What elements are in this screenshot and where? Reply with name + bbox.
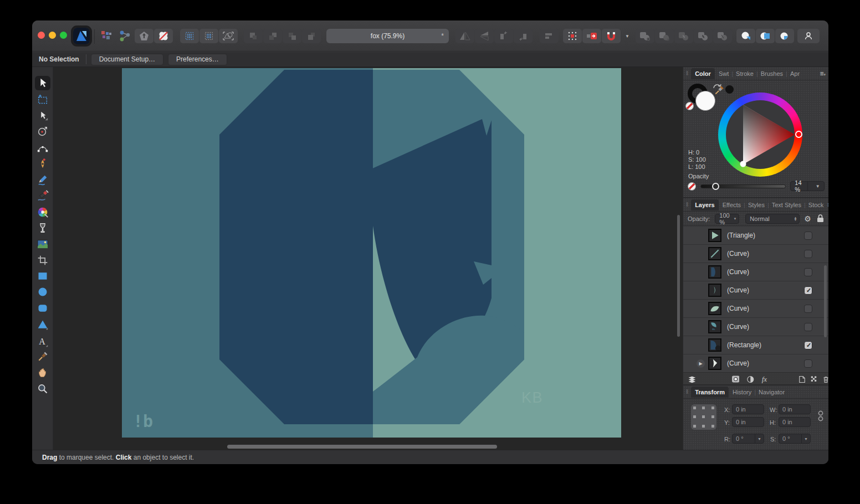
rounded-rectangle-tool[interactable] xyxy=(35,301,50,315)
pixel-persona-button[interactable] xyxy=(154,29,173,43)
pencil-tool[interactable] xyxy=(35,173,50,187)
tab-color[interactable]: Color xyxy=(691,68,715,79)
vertical-scrollbar[interactable] xyxy=(677,215,680,337)
snapping-dropdown-chevron-icon[interactable]: ▼ xyxy=(625,34,629,39)
rectangle-tool[interactable] xyxy=(35,269,50,283)
rotation-dropdown[interactable]: 0 °▼ xyxy=(732,434,764,444)
panel-menu-icon[interactable]: ≡▾ xyxy=(820,70,826,78)
ellipse-tool[interactable] xyxy=(35,285,50,299)
layer-checkbox[interactable] xyxy=(804,250,812,258)
zoom-window-button[interactable] xyxy=(60,32,67,39)
layer-thumbnail[interactable] xyxy=(708,247,721,260)
delete-layer-trash-icon[interactable] xyxy=(823,375,828,384)
panel-grip-icon[interactable]: ‖ xyxy=(686,389,689,395)
persona-launcher-icon[interactable] xyxy=(97,29,116,43)
layer-effects-fx-icon[interactable]: fx xyxy=(762,375,767,384)
layer-row[interactable]: (Curve) xyxy=(683,300,828,318)
insert-on-top-button[interactable] xyxy=(775,29,794,43)
boolean-subtract-button[interactable] xyxy=(655,29,674,43)
hue-ring-selector[interactable] xyxy=(795,131,802,138)
order-to-front-button[interactable] xyxy=(244,29,263,43)
layer-checkbox[interactable] xyxy=(804,305,812,313)
expand-layer-icon[interactable]: ▶ xyxy=(697,359,705,368)
point-transform-tool[interactable] xyxy=(35,125,50,139)
shape-builder-button[interactable] xyxy=(219,29,238,43)
color-picker-icon[interactable] xyxy=(714,84,725,96)
layer-checkbox[interactable] xyxy=(804,286,812,295)
tab-effects[interactable]: Effects xyxy=(719,199,745,210)
layer-row[interactable]: (Curve) xyxy=(683,318,828,336)
layer-thumbnail[interactable] xyxy=(708,357,721,370)
alignment-button[interactable] xyxy=(540,29,559,43)
crop-tool[interactable] xyxy=(35,253,50,268)
panel-grip-icon[interactable]: ‖ xyxy=(686,70,689,76)
layers-stack-icon[interactable] xyxy=(688,375,697,384)
layer-checkbox[interactable] xyxy=(804,323,812,331)
layer-row[interactable]: (Curve) xyxy=(683,263,828,281)
artistic-text-tool[interactable]: A xyxy=(35,335,50,349)
layer-checkbox[interactable] xyxy=(804,341,812,349)
layer-checkbox[interactable] xyxy=(804,232,812,240)
layer-thumbnail[interactable] xyxy=(708,302,721,315)
layer-thumbnail[interactable] xyxy=(708,338,721,352)
tab-swatches[interactable]: Swt xyxy=(715,68,733,79)
triangle-tool[interactable] xyxy=(35,317,50,332)
flip-vertical-button[interactable] xyxy=(475,29,494,43)
zoom-tool[interactable] xyxy=(35,382,50,396)
color-picker-tool[interactable] xyxy=(35,349,50,364)
lock-icon[interactable] xyxy=(817,214,824,223)
opacity-none-swatch[interactable] xyxy=(688,182,696,191)
layer-row[interactable]: ▶ (Curve) xyxy=(683,354,828,372)
h-field[interactable]: 0 in xyxy=(779,417,811,427)
opacity-slider-track[interactable] xyxy=(700,184,786,188)
x-field[interactable]: 0 in xyxy=(732,404,764,414)
no-color-swatch[interactable] xyxy=(685,102,694,110)
blend-options-gear-icon[interactable]: ⚙ xyxy=(804,214,811,223)
fox-artboard[interactable]: KB !b xyxy=(122,68,621,438)
layers-scrollbar[interactable] xyxy=(824,265,827,337)
blend-mode-dropdown[interactable]: Normal ▲▼ xyxy=(745,214,800,224)
adjustment-layer-icon[interactable] xyxy=(747,375,754,384)
picked-color-swatch[interactable] xyxy=(725,85,734,94)
color-triangle[interactable] xyxy=(726,100,795,169)
account-person-button[interactable] xyxy=(797,29,820,43)
tab-text-styles[interactable]: Text Styles xyxy=(768,199,805,210)
new-pixel-layer-icon[interactable] xyxy=(811,375,817,383)
tab-stroke[interactable]: Stroke xyxy=(732,68,757,79)
transparency-tool[interactable] xyxy=(35,221,50,235)
share-nodes-icon[interactable] xyxy=(116,29,135,43)
tab-brushes[interactable]: Brushes xyxy=(757,68,787,79)
layer-row[interactable]: (Curve) xyxy=(683,281,828,300)
snapping-grid-button[interactable] xyxy=(563,29,582,43)
tab-history[interactable]: History xyxy=(729,387,755,398)
document-setup-button[interactable]: Document Setup… xyxy=(91,54,163,65)
panel-menu-icon[interactable]: ≡▾ xyxy=(827,201,828,209)
rotate-ccw-button[interactable] xyxy=(494,29,513,43)
layer-thumbnail[interactable] xyxy=(708,284,721,297)
tab-styles[interactable]: Styles xyxy=(744,199,769,210)
order-forward-button[interactable] xyxy=(263,29,282,43)
flip-horizontal-button[interactable] xyxy=(455,29,474,43)
layer-checkbox[interactable] xyxy=(804,359,812,368)
artboard-grid-button[interactable] xyxy=(180,29,199,43)
boolean-add-button[interactable] xyxy=(636,29,654,43)
tab-appearance[interactable]: Apr xyxy=(786,68,803,79)
opacity-dropdown-chevron-icon[interactable]: ▼ xyxy=(807,182,824,191)
link-dimensions-icon[interactable] xyxy=(818,410,823,423)
canvas-viewport[interactable]: KB !b xyxy=(53,67,683,450)
opacity-slider-knob[interactable] xyxy=(712,183,719,190)
insert-inside-button[interactable] xyxy=(756,29,775,43)
layer-row[interactable]: (Triangle) xyxy=(683,227,828,245)
node-tool[interactable] xyxy=(35,109,50,123)
layers-opacity-dropdown[interactable]: 100 % ▼ xyxy=(715,214,739,224)
w-field[interactable]: 0 in xyxy=(779,404,811,414)
fill-gradient-tool[interactable] xyxy=(35,205,50,219)
order-to-back-button[interactable] xyxy=(302,29,321,43)
move-tool[interactable] xyxy=(35,76,50,90)
place-image-tool[interactable] xyxy=(35,237,50,251)
vector-brush-tool[interactable] xyxy=(35,189,50,203)
new-layer-icon[interactable] xyxy=(799,375,805,384)
boolean-intersect-button[interactable] xyxy=(674,29,693,43)
tab-stock[interactable]: Stock xyxy=(805,199,828,210)
close-window-button[interactable] xyxy=(38,32,45,39)
